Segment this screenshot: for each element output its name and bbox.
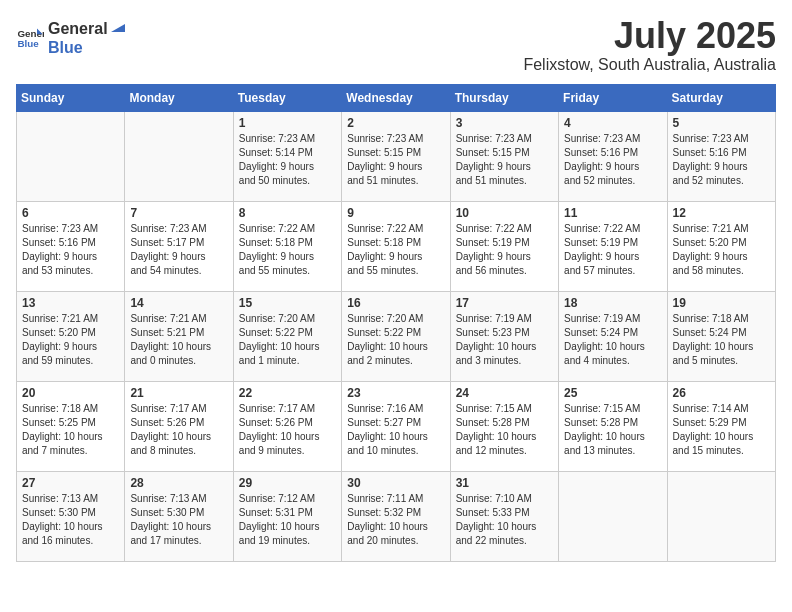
calendar-cell: 2Sunrise: 7:23 AM Sunset: 5:15 PM Daylig… [342,111,450,201]
calendar-cell: 9Sunrise: 7:22 AM Sunset: 5:18 PM Daylig… [342,201,450,291]
calendar-cell [667,471,775,561]
day-info: Sunrise: 7:14 AM Sunset: 5:29 PM Dayligh… [673,402,770,458]
calendar-cell: 13Sunrise: 7:21 AM Sunset: 5:20 PM Dayli… [17,291,125,381]
day-number: 13 [22,296,119,310]
day-info: Sunrise: 7:13 AM Sunset: 5:30 PM Dayligh… [130,492,227,548]
day-number: 23 [347,386,444,400]
calendar-week-4: 20Sunrise: 7:18 AM Sunset: 5:25 PM Dayli… [17,381,776,471]
calendar-table: SundayMondayTuesdayWednesdayThursdayFrid… [16,84,776,562]
day-number: 22 [239,386,336,400]
calendar-cell: 1Sunrise: 7:23 AM Sunset: 5:14 PM Daylig… [233,111,341,201]
day-info: Sunrise: 7:22 AM Sunset: 5:19 PM Dayligh… [456,222,553,278]
day-info: Sunrise: 7:17 AM Sunset: 5:26 PM Dayligh… [239,402,336,458]
day-info: Sunrise: 7:21 AM Sunset: 5:20 PM Dayligh… [673,222,770,278]
day-number: 8 [239,206,336,220]
calendar-cell: 12Sunrise: 7:21 AM Sunset: 5:20 PM Dayli… [667,201,775,291]
calendar-cell: 17Sunrise: 7:19 AM Sunset: 5:23 PM Dayli… [450,291,558,381]
logo-general: General [48,19,108,38]
weekday-header-wednesday: Wednesday [342,84,450,111]
calendar-cell: 27Sunrise: 7:13 AM Sunset: 5:30 PM Dayli… [17,471,125,561]
day-number: 15 [239,296,336,310]
calendar-cell [17,111,125,201]
day-info: Sunrise: 7:21 AM Sunset: 5:21 PM Dayligh… [130,312,227,368]
day-info: Sunrise: 7:21 AM Sunset: 5:20 PM Dayligh… [22,312,119,368]
day-number: 24 [456,386,553,400]
day-info: Sunrise: 7:15 AM Sunset: 5:28 PM Dayligh… [564,402,661,458]
day-number: 6 [22,206,119,220]
day-number: 26 [673,386,770,400]
day-info: Sunrise: 7:22 AM Sunset: 5:19 PM Dayligh… [564,222,661,278]
day-info: Sunrise: 7:22 AM Sunset: 5:18 PM Dayligh… [347,222,444,278]
day-number: 21 [130,386,227,400]
calendar-cell: 14Sunrise: 7:21 AM Sunset: 5:21 PM Dayli… [125,291,233,381]
calendar-cell [125,111,233,201]
day-number: 30 [347,476,444,490]
logo-triangle-icon [109,16,127,34]
calendar-cell: 8Sunrise: 7:22 AM Sunset: 5:18 PM Daylig… [233,201,341,291]
day-info: Sunrise: 7:23 AM Sunset: 5:16 PM Dayligh… [564,132,661,188]
day-number: 27 [22,476,119,490]
calendar-cell: 23Sunrise: 7:16 AM Sunset: 5:27 PM Dayli… [342,381,450,471]
day-number: 7 [130,206,227,220]
logo-blue: Blue [48,39,83,56]
calendar-cell: 30Sunrise: 7:11 AM Sunset: 5:32 PM Dayli… [342,471,450,561]
day-info: Sunrise: 7:23 AM Sunset: 5:14 PM Dayligh… [239,132,336,188]
day-info: Sunrise: 7:23 AM Sunset: 5:16 PM Dayligh… [673,132,770,188]
day-info: Sunrise: 7:18 AM Sunset: 5:25 PM Dayligh… [22,402,119,458]
day-info: Sunrise: 7:12 AM Sunset: 5:31 PM Dayligh… [239,492,336,548]
calendar-cell: 16Sunrise: 7:20 AM Sunset: 5:22 PM Dayli… [342,291,450,381]
calendar-cell: 3Sunrise: 7:23 AM Sunset: 5:15 PM Daylig… [450,111,558,201]
day-info: Sunrise: 7:20 AM Sunset: 5:22 PM Dayligh… [239,312,336,368]
day-number: 20 [22,386,119,400]
calendar-cell: 19Sunrise: 7:18 AM Sunset: 5:24 PM Dayli… [667,291,775,381]
month-title: July 2025 [523,16,776,56]
day-number: 16 [347,296,444,310]
calendar-week-1: 1Sunrise: 7:23 AM Sunset: 5:14 PM Daylig… [17,111,776,201]
calendar-cell: 7Sunrise: 7:23 AM Sunset: 5:17 PM Daylig… [125,201,233,291]
calendar-cell: 28Sunrise: 7:13 AM Sunset: 5:30 PM Dayli… [125,471,233,561]
day-info: Sunrise: 7:10 AM Sunset: 5:33 PM Dayligh… [456,492,553,548]
day-info: Sunrise: 7:18 AM Sunset: 5:24 PM Dayligh… [673,312,770,368]
day-number: 3 [456,116,553,130]
svg-text:Blue: Blue [17,37,39,48]
weekday-header-saturday: Saturday [667,84,775,111]
logo-icon: General Blue [16,23,44,51]
day-info: Sunrise: 7:23 AM Sunset: 5:15 PM Dayligh… [347,132,444,188]
location-title: Felixstow, South Australia, Australia [523,56,776,74]
day-number: 10 [456,206,553,220]
day-number: 17 [456,296,553,310]
day-info: Sunrise: 7:22 AM Sunset: 5:18 PM Dayligh… [239,222,336,278]
calendar-cell: 24Sunrise: 7:15 AM Sunset: 5:28 PM Dayli… [450,381,558,471]
weekday-header-monday: Monday [125,84,233,111]
calendar-cell: 22Sunrise: 7:17 AM Sunset: 5:26 PM Dayli… [233,381,341,471]
day-number: 5 [673,116,770,130]
calendar-week-5: 27Sunrise: 7:13 AM Sunset: 5:30 PM Dayli… [17,471,776,561]
day-info: Sunrise: 7:23 AM Sunset: 5:15 PM Dayligh… [456,132,553,188]
day-number: 11 [564,206,661,220]
day-number: 28 [130,476,227,490]
day-info: Sunrise: 7:23 AM Sunset: 5:16 PM Dayligh… [22,222,119,278]
day-number: 29 [239,476,336,490]
weekday-header-tuesday: Tuesday [233,84,341,111]
calendar-week-3: 13Sunrise: 7:21 AM Sunset: 5:20 PM Dayli… [17,291,776,381]
calendar-cell: 29Sunrise: 7:12 AM Sunset: 5:31 PM Dayli… [233,471,341,561]
title-area: July 2025 Felixstow, South Australia, Au… [523,16,776,74]
day-number: 1 [239,116,336,130]
day-info: Sunrise: 7:16 AM Sunset: 5:27 PM Dayligh… [347,402,444,458]
day-info: Sunrise: 7:19 AM Sunset: 5:24 PM Dayligh… [564,312,661,368]
day-number: 18 [564,296,661,310]
calendar-cell: 21Sunrise: 7:17 AM Sunset: 5:26 PM Dayli… [125,381,233,471]
day-info: Sunrise: 7:20 AM Sunset: 5:22 PM Dayligh… [347,312,444,368]
day-info: Sunrise: 7:13 AM Sunset: 5:30 PM Dayligh… [22,492,119,548]
calendar-cell: 11Sunrise: 7:22 AM Sunset: 5:19 PM Dayli… [559,201,667,291]
day-info: Sunrise: 7:19 AM Sunset: 5:23 PM Dayligh… [456,312,553,368]
day-number: 19 [673,296,770,310]
weekday-header-row: SundayMondayTuesdayWednesdayThursdayFrid… [17,84,776,111]
svg-marker-3 [111,24,125,32]
calendar-cell: 20Sunrise: 7:18 AM Sunset: 5:25 PM Dayli… [17,381,125,471]
day-number: 25 [564,386,661,400]
day-number: 12 [673,206,770,220]
day-number: 9 [347,206,444,220]
calendar-cell: 18Sunrise: 7:19 AM Sunset: 5:24 PM Dayli… [559,291,667,381]
weekday-header-thursday: Thursday [450,84,558,111]
